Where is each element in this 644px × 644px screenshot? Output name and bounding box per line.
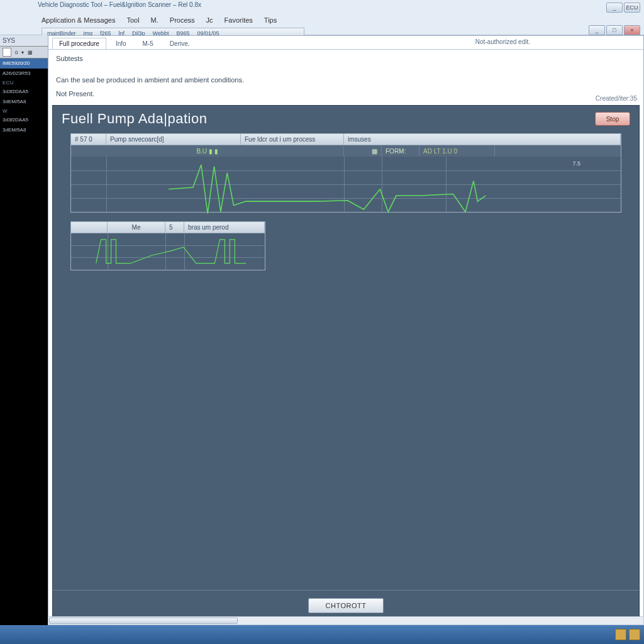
menu-tips[interactable]: Tips [264,16,277,24]
chart-sub-left: B.U ▮ ▮ [71,145,344,157]
chart-trace [71,233,265,270]
sidebar-item[interactable]: 3d3f2DAA5 [0,87,48,97]
sidebar-item-selected[interactable]: IME5920/20 [0,58,48,69]
menu-m[interactable]: M. [151,16,158,24]
sidebar-header: SYS [0,35,48,47]
lead-line1: Can the seal be produced in ambient and … [56,76,636,84]
tab-full-procedure[interactable]: Full procedure [52,38,106,49]
horizontal-scrollbar[interactable] [48,616,644,625]
menu-favorites[interactable]: Favorites [225,16,253,24]
menubar: Application & Messages Tool M. Process J… [42,16,277,24]
chart-sub-mid: FORM: [382,145,419,157]
sidebar: SYS 0 ▾ ▦ IME5920/20 A26/023R53 ECU 3d3f… [0,35,48,625]
menu-process[interactable]: Process [170,16,195,24]
chevron-down-icon[interactable]: ▾ [21,50,24,55]
sidebar-item[interactable]: 3dEM/5A8 [0,125,48,135]
panel-footer: CHTOROTT [53,590,639,620]
chart-secondary: Me 5 bras um perod [70,221,265,270]
chart-hdr-cell: Fue ldcr out i um process [241,134,344,145]
minimize-button[interactable]: _ [606,3,623,13]
lead-text: Subtests Can the seal be produced in amb… [48,50,643,101]
sidebar-category: ECU [0,79,48,87]
stop-button[interactable]: Stop [595,112,630,126]
tab-m5[interactable]: M-5 [136,38,160,49]
tab-derive[interactable]: Derive. [163,38,197,49]
auth-note: Not-authorized edit. [475,38,530,45]
chart-sub-mid-icon: ▦ [344,145,382,157]
grid-icon[interactable]: ▦ [28,50,33,55]
panel-title: Fuell Pump Ada|pation [62,111,207,127]
sidebar-item[interactable]: 3dEM/5A8 [0,97,48,107]
sidebar-category: W [0,107,48,115]
created-meta: Created/iter:35 [596,95,637,102]
sidebar-item[interactable]: 3d3f2DAA5 [0,115,48,125]
tabstrip: Full procedure Info M-5 Derive. Not-auth… [48,36,643,50]
window-chrome: Vehicle Diagnostic Tool – Fuel&Ignition … [0,0,644,35]
chart-body [71,233,265,270]
chart-sub-right: AD LT 1.U 0 [419,145,495,157]
grid-icon: ▦ [372,148,377,155]
tray-icon[interactable] [629,629,640,640]
chart-hdr-cell: imsuses [344,134,621,145]
tab-info[interactable]: Info [109,38,133,49]
sec-minimize-button[interactable]: _ [589,25,605,35]
sidebar-ctl-zero[interactable]: 0 [15,50,18,55]
adaptation-panel: Fuell Pump Ada|pation Stop # 57 0 Pump s… [52,105,640,621]
lead-line2: Not Present. [56,90,636,97]
report-button[interactable]: CHTOROTT [308,598,384,613]
sidebar-item[interactable]: A26/023R53 [0,69,48,79]
main-pane: Full procedure Info M-5 Derive. Not-auth… [48,35,644,625]
sec-close-button[interactable]: × [624,25,640,35]
menu-jc[interactable]: Jc [206,16,213,24]
sidebar-ctl-square-icon[interactable] [3,48,11,57]
chart-hdr-cell: # 57 0 [71,134,106,145]
chart-hdr-cell: Pump snvecoarc[d] [106,134,241,145]
window-title: Vehicle Diagnostic Tool – Fuel&Ignition … [38,1,201,8]
chart-trace [71,157,621,228]
menu-application[interactable]: Application & Messages [42,16,115,24]
maximize-button[interactable]: ECU [624,3,640,13]
sidebar-controls: 0 ▾ ▦ [0,47,48,58]
scrollbar-thumb[interactable] [49,618,238,624]
chart-main: # 57 0 Pump snvecoarc[d] Fue ldcr out i … [70,133,621,213]
menu-tool[interactable]: Tool [126,16,139,24]
tray-icon[interactable] [615,629,626,640]
taskbar [0,625,644,644]
subtitle: Subtests [56,55,636,62]
chart-body: 7.5 [71,157,621,212]
sec-maximize-button[interactable]: □ [606,25,623,35]
